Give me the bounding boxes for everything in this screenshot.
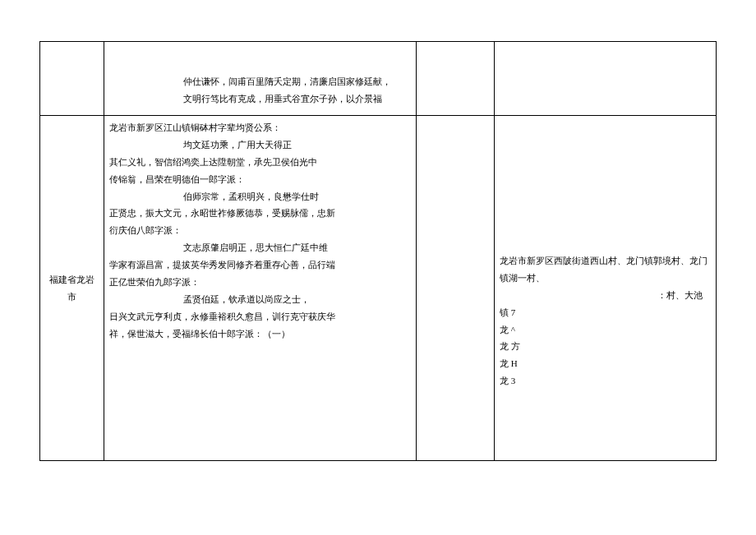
r1c4: [495, 42, 717, 116]
r2c3: [417, 116, 495, 461]
r2c4-l3: 镇 7: [500, 304, 711, 321]
r2c2-p6: 正贤忠，振大文元，永昭世祚修厥德恭，受赐脉儒，忠新: [109, 205, 411, 222]
r2c2: 龙岩市新罗区江山镇铜砵村字辈均贤公系： 均文廷功乘，广用大天得正 其仁义礼，智信…: [104, 116, 417, 461]
r2c2-p13: 祥，保世滋大，受福绵长伯十郎字派：（一）: [109, 325, 411, 343]
r2c2-p2: 均文廷功乘，广用大天得正: [109, 136, 411, 154]
r2c4-l2: ：村、大池: [500, 287, 711, 304]
r1c1: [40, 42, 104, 116]
r2c2-p9: 学家有源昌富，提拔英华秀发同修齐着重存心善，品行端: [109, 256, 411, 274]
r1c2-line2: 文明行笃比有克成，用垂式谷宜尔子孙，以介景福: [109, 90, 411, 108]
r2c1: 福建省龙岩市: [40, 116, 104, 461]
r2c2-p1: 龙岩市新罗区江山镇铜砵村字辈均贤公系：: [109, 119, 411, 136]
r2c2-p7: 衍庆伯八郎字派：: [109, 222, 411, 239]
r2c4: 龙岩市新罗区西陂街道西山村、龙门镇郭境村、龙门镇湖一村、 ：村、大池 镇 7 龙…: [495, 116, 717, 461]
r2c4-l5: 龙 方: [500, 338, 711, 355]
region-label: 福建省龙岩市: [49, 274, 94, 302]
r2c2-p11: 孟贤伯廷，钦承道以尚应之士，: [109, 291, 411, 308]
r2c2-p10: 正亿世荣伯九郎字派：: [109, 274, 411, 291]
document-table: 仲仕谦怀，闾甫百里隋夭定期，清廉启国家修廷献， 文明行笃比有克成，用垂式谷宜尔子…: [39, 41, 717, 461]
r2c4-l4: 龙 ^: [500, 321, 711, 339]
r2c2-p3: 其仁义礼，智信绍鸿奕上达陞朝堂，承先卫侯伯光中: [109, 154, 411, 171]
r1c2-line1: 仲仕谦怀，闾甫百里隋夭定期，清廉启国家修廷献，: [109, 73, 411, 90]
r2c2-p4: 传锦翁，昌荣在明德伯一郎字派：: [109, 171, 411, 188]
r2c2-p8: 文志原肇启明正，思大恒仁广廷中维: [109, 239, 411, 256]
r1c3: [417, 42, 495, 116]
r2c4-l7: 龙 3: [500, 372, 711, 390]
r2c4-l6: 龙 H: [500, 355, 711, 372]
r2c2-p12: 日兴文武元亨利贞，永修垂裕积久愈昌，训行克守获庆华: [109, 308, 411, 325]
r1c2: 仲仕谦怀，闾甫百里隋夭定期，清廉启国家修廷献， 文明行笃比有克成，用垂式谷宜尔子…: [104, 42, 417, 116]
r2c2-p5: 伯师宗常，孟积明兴，良懋学仕时: [109, 188, 411, 205]
r2c4-l1: 龙岩市新罗区西陂街道西山村、龙门镇郭境村、龙门镇湖一村、: [500, 252, 711, 287]
